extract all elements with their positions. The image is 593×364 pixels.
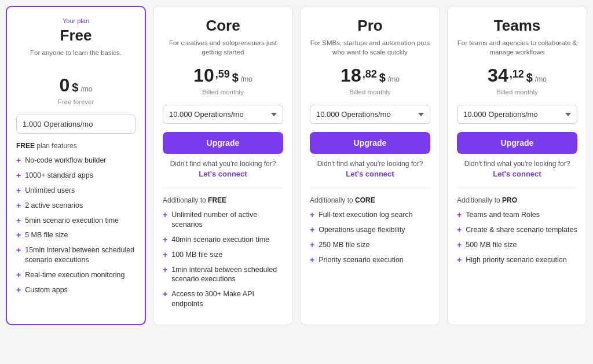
connect-section-teams: Didn't find what you're looking for? Let…	[457, 160, 577, 178]
upgrade-button-teams[interactable]: Upgrade	[457, 132, 577, 154]
price-period-core: /mo	[241, 75, 252, 83]
price-billing-teams: Billed monthly	[457, 89, 577, 95]
feature-item-core-2: + 100 MB file size	[163, 250, 283, 260]
feature-item-free-4: + 5min scenario execution time	[16, 216, 136, 226]
feature-text-teams-1: Create & share scenario templates	[466, 225, 577, 235]
feature-item-pro-0: + Full-text execution log search	[310, 210, 430, 220]
lets-connect-link-teams[interactable]: Let's connect	[493, 170, 541, 178]
feature-plus-icon-pro-0: +	[310, 210, 314, 220]
feature-plus-icon-free-1: +	[16, 171, 21, 181]
feature-text-core-2: 100 MB file size	[171, 250, 222, 260]
lets-connect-link-core[interactable]: Let's connect	[199, 170, 247, 178]
divider-pro	[310, 187, 430, 188]
feature-text-free-7: Real-time execution monitoring	[25, 270, 125, 280]
feature-item-pro-2: + 250 MB file size	[310, 240, 430, 250]
lets-connect-link-pro[interactable]: Let's connect	[346, 170, 394, 178]
didnt-find-text-pro: Didn't find what you're looking for?	[310, 160, 430, 168]
price-currency-pro: $	[379, 71, 386, 84]
feature-item-core-3: + 1min interval between scheduled scenar…	[163, 265, 283, 285]
feature-item-free-1: + 1000+ standard apps	[16, 171, 136, 181]
feature-item-teams-0: + Teams and team Roles	[457, 210, 577, 220]
price-decimal-teams: ,12	[510, 68, 524, 80]
divider-core	[163, 187, 283, 188]
price-billing-free: Free forever	[16, 98, 136, 105]
feature-plus-icon-pro-1: +	[310, 225, 314, 235]
feature-text-core-0: Unlimited number of active scenarios	[171, 210, 283, 230]
plan-card-free: Your planFreeFor anyone to learn the bas…	[6, 6, 146, 325]
feature-text-free-8: Custom apps	[25, 285, 68, 295]
feature-text-teams-0: Teams and team Roles	[466, 210, 540, 220]
feature-plus-icon-core-2: +	[163, 250, 167, 260]
plan-name-free: Free	[16, 27, 136, 45]
price-currency-teams: $	[526, 71, 533, 84]
features-label-core: Additionally to FREE	[163, 196, 283, 204]
feature-text-free-2: Unlimited users	[25, 186, 75, 196]
feature-plus-icon-teams-2: +	[457, 240, 462, 250]
feature-item-free-5: + 5 MB file size	[16, 230, 136, 240]
ops-selector-teams[interactable]: 10.000 Operations/mo	[457, 105, 577, 124]
divider-teams	[457, 187, 577, 188]
feature-plus-icon-free-7: +	[16, 270, 21, 280]
price-currency-free: $	[72, 81, 78, 94]
feature-plus-icon-free-4: +	[16, 216, 21, 226]
feature-item-core-1: + 40min scenario execution time	[163, 235, 283, 245]
feature-plus-icon-pro-3: +	[310, 255, 314, 265]
feature-item-free-3: + 2 active scenarios	[16, 201, 136, 211]
price-period-pro: /mo	[388, 75, 400, 83]
feature-text-free-5: 5 MB file size	[25, 230, 68, 240]
plan-name-pro: Pro	[310, 17, 430, 35]
feature-text-teams-3: High priority scenario execution	[466, 255, 566, 265]
didnt-find-text-teams: Didn't find what you're looking for?	[457, 160, 577, 168]
price-decimal-core: ,59	[215, 68, 230, 80]
price-row-core: 10 ,59 $ /mo	[163, 65, 283, 86]
feature-plus-icon-core-0: +	[163, 210, 167, 220]
plan-name-core: Core	[163, 17, 283, 35]
feature-text-core-4: Access to 300+ Make API endpoints	[171, 289, 283, 309]
feature-text-pro-2: 250 MB file size	[319, 240, 369, 250]
feature-item-free-0: + No-code workflow builder	[16, 156, 136, 166]
feature-item-teams-2: + 500 MB file size	[457, 240, 577, 250]
feature-text-free-4: 5min scenario execution time	[25, 216, 119, 226]
feature-item-pro-3: + Priority scenario execution	[310, 255, 430, 265]
price-main-pro: 18	[341, 65, 361, 86]
feature-item-free-7: + Real-time execution monitoring	[16, 270, 136, 280]
price-period-free: /mo	[80, 85, 92, 93]
price-row-pro: 18 ,82 $ /mo	[310, 65, 430, 86]
price-currency-core: $	[232, 71, 239, 84]
feature-item-core-0: + Unlimited number of active scenarios	[163, 210, 283, 230]
feature-item-teams-1: + Create & share scenario templates	[457, 225, 577, 235]
price-row-free: 0 $ /mo	[16, 75, 136, 96]
feature-text-free-6: 15min interval between scheduled scenari…	[25, 245, 136, 265]
plan-card-pro: ProFor SMBs, startups and automation pro…	[300, 6, 440, 325]
feature-plus-icon-free-6: +	[16, 245, 21, 255]
feature-text-pro-3: Priority scenario execution	[319, 255, 404, 265]
feature-item-core-4: + Access to 300+ Make API endpoints	[163, 289, 283, 309]
price-billing-pro: Billed monthly	[310, 89, 430, 95]
feature-text-core-1: 40min scenario execution time	[171, 235, 269, 245]
didnt-find-text-core: Didn't find what you're looking for?	[163, 160, 283, 168]
feature-plus-icon-core-1: +	[163, 235, 167, 245]
feature-plus-icon-core-4: +	[163, 289, 167, 299]
plan-tagline-pro: For SMBs, startups and automation pros w…	[310, 38, 430, 58]
plan-tagline-core: For creatives and solopreneuers just get…	[163, 38, 283, 58]
plan-tagline-teams: For teams and agencies to collaborate & …	[457, 38, 577, 58]
feature-plus-icon-free-3: +	[16, 201, 21, 211]
upgrade-button-core[interactable]: Upgrade	[163, 132, 283, 154]
price-row-teams: 34 ,12 $ /mo	[457, 65, 577, 86]
feature-item-teams-3: + High priority scenario execution	[457, 255, 577, 265]
ops-selector-core[interactable]: 10.000 Operations/mo	[163, 105, 283, 124]
your-plan-badge: Your plan	[16, 17, 136, 24]
price-main-core: 10	[193, 65, 214, 86]
feature-item-free-6: + 15min interval between scheduled scena…	[16, 245, 136, 265]
upgrade-button-pro[interactable]: Upgrade	[310, 132, 430, 154]
feature-text-free-3: 2 active scenarios	[25, 201, 83, 211]
feature-plus-icon-free-2: +	[16, 186, 21, 196]
plan-card-core: CoreFor creatives and solopreneuers just…	[153, 6, 293, 325]
connect-section-pro: Didn't find what you're looking for? Let…	[310, 160, 430, 178]
price-billing-core: Billed monthly	[163, 89, 283, 95]
ops-selector-pro[interactable]: 10.000 Operations/mo	[310, 105, 430, 124]
feature-item-pro-1: + Operations usage flexibility	[310, 225, 430, 235]
feature-text-teams-2: 500 MB file size	[466, 240, 517, 250]
feature-text-free-0: No-code workflow builder	[25, 156, 106, 166]
features-label-teams: Additionally to PRO	[457, 196, 577, 204]
